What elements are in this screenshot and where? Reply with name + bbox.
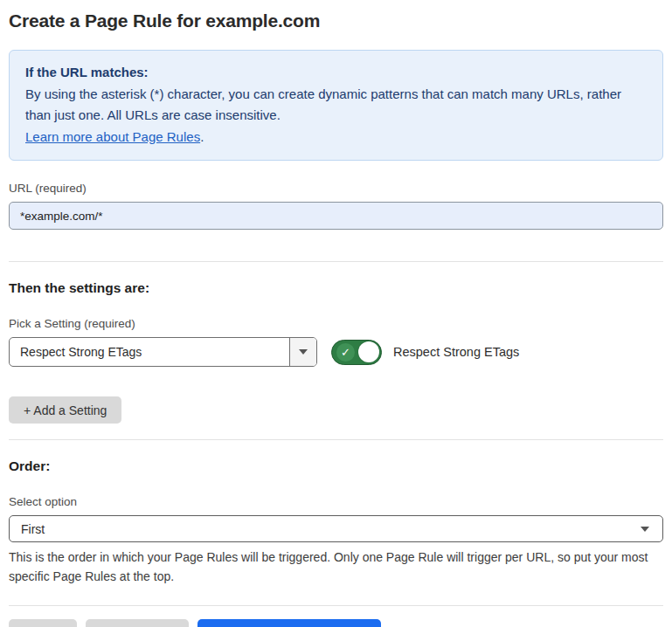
- divider: [9, 261, 663, 262]
- learn-more-link[interactable]: Learn more about Page Rules: [25, 129, 200, 144]
- setting-row: Respect Strong ETags ✓ Respect Strong ET…: [9, 337, 663, 367]
- check-icon: ✓: [336, 343, 355, 362]
- respect-etags-toggle[interactable]: ✓: [331, 340, 382, 365]
- order-help-text: This is the order in which your Page Rul…: [9, 548, 663, 586]
- setting-dropdown[interactable]: Respect Strong ETags: [9, 337, 317, 367]
- create-page-rule-form: Create a Page Rule for example.com If th…: [0, 0, 672, 627]
- setting-dropdown-arrow[interactable]: [289, 338, 316, 366]
- settings-section-heading: Then the settings are:: [9, 280, 663, 296]
- save-as-draft-button[interactable]: Save as Draft: [86, 619, 190, 627]
- footer-actions: Cancel Save as Draft Save and Deploy Pag…: [9, 619, 663, 627]
- save-and-deploy-button[interactable]: Save and Deploy Page Rule: [197, 619, 381, 627]
- add-setting-button[interactable]: + Add a Setting: [9, 396, 121, 424]
- url-match-info-box: If the URL matches: By using the asteris…: [9, 50, 663, 161]
- order-select-value: First: [10, 522, 641, 536]
- info-box-body: By using the asterisk (*) character, you…: [25, 84, 647, 148]
- divider: [9, 439, 663, 440]
- pick-setting-label: Pick a Setting (required): [9, 317, 663, 330]
- divider: [9, 605, 663, 606]
- toggle-label: Respect Strong ETags: [393, 345, 519, 359]
- page-title: Create a Page Rule for example.com: [9, 10, 663, 31]
- cancel-button[interactable]: Cancel: [9, 619, 77, 627]
- link-suffix: .: [200, 129, 204, 144]
- order-select[interactable]: First: [9, 515, 663, 542]
- order-select-label: Select option: [9, 495, 663, 508]
- info-box-heading: If the URL matches:: [25, 62, 647, 84]
- order-section-heading: Order:: [9, 458, 663, 474]
- setting-dropdown-value: Respect Strong ETags: [10, 345, 289, 359]
- chevron-down-icon: [299, 349, 308, 355]
- chevron-down-icon: [641, 527, 649, 532]
- url-field-label: URL (required): [9, 182, 663, 195]
- url-input[interactable]: [9, 202, 663, 230]
- toggle-knob: [358, 341, 379, 362]
